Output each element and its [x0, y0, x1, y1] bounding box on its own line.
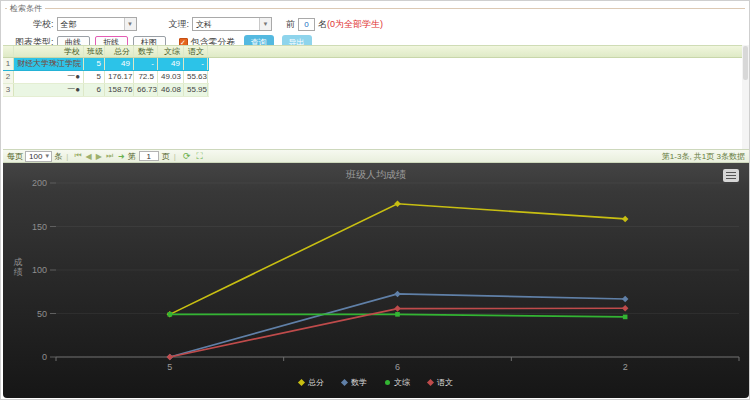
square-marker-icon — [385, 380, 390, 385]
cell-school[interactable]: 一● — [14, 71, 84, 83]
next-page-icon[interactable]: ▶ — [96, 152, 102, 161]
header-school[interactable]: 学校 — [14, 46, 84, 57]
svg-text:成: 成 — [14, 257, 23, 267]
legend-item-语文[interactable]: 语文 — [428, 377, 453, 388]
legend-item-文综[interactable]: 文综 — [385, 377, 410, 388]
track-select[interactable]: 文科 ▼ — [192, 17, 272, 31]
header-total[interactable]: 总分 — [105, 46, 134, 57]
legend-item-总分[interactable]: 总分 — [299, 377, 324, 388]
header-chinese[interactable]: 语文 — [184, 46, 208, 57]
header-rownum — [3, 46, 14, 57]
svg-text:50: 50 — [37, 309, 47, 319]
per-page-label: 每页 — [7, 151, 23, 162]
page-number-input[interactable] — [139, 151, 159, 161]
refresh-icon[interactable]: ⟳ — [183, 151, 191, 161]
per-page-select[interactable]: 100 ▼ — [25, 151, 52, 162]
per-page-unit: 条 — [54, 151, 62, 162]
cell-class: 5 — [84, 71, 105, 83]
cell-arts: 49.03 — [158, 71, 184, 83]
fullscreen-icon[interactable]: ⛶ — [196, 151, 202, 162]
search-panel: 检索条件 学校: 全部 ▼ 文理: 文科 ▼ 前 名 (0为全部学生) 图表类型… — [3, 3, 747, 45]
result-table: 学校 班级 总分 数学 文综 语文 1 财经大学珠江学院 5 49 - 49 -… — [3, 45, 743, 149]
track-label: 文理: — [169, 18, 190, 31]
legend-label: 数学 — [351, 377, 367, 388]
cell-arts: 49 — [158, 58, 184, 70]
school-select-value: 全部 — [61, 19, 77, 30]
cell-school[interactable]: 一● — [14, 84, 84, 96]
chevron-down-icon: ▼ — [259, 18, 271, 30]
svg-text:6: 6 — [395, 362, 400, 372]
header-class[interactable]: 班级 — [84, 46, 105, 57]
top-label: 前 — [286, 18, 295, 31]
chevron-down-icon: ▼ — [124, 18, 136, 30]
cell-math: 66.73 — [134, 84, 158, 96]
chevron-down-icon: ▼ — [44, 153, 50, 159]
legend-label: 文综 — [394, 377, 410, 388]
table-row[interactable]: 3 一● 6 158.76 66.73 46.08 55.95 — [3, 84, 209, 97]
chart-menu-icon[interactable] — [723, 169, 739, 182]
row-number: 1 — [3, 58, 14, 70]
cell-class: 5 — [84, 58, 105, 70]
cell-class: 6 — [84, 84, 105, 96]
svg-text:2: 2 — [623, 362, 628, 372]
table-header: 学校 班级 总分 数学 文综 语文 — [3, 45, 743, 58]
svg-text:绩: 绩 — [14, 267, 23, 277]
search-fieldset: 检索条件 学校: 全部 ▼ 文理: 文科 ▼ 前 名 (0为全部学生) 图表类型… — [5, 3, 745, 45]
prev-page-icon[interactable]: ◀ — [86, 152, 92, 161]
pager-info: 第1-3条, 共1页 3条数据 — [662, 151, 745, 162]
cell-chinese: 55.95 — [184, 84, 208, 96]
cell-chinese: - — [184, 58, 208, 70]
school-label: 学校: — [33, 18, 54, 31]
cell-school[interactable]: 财经大学珠江学院 — [14, 58, 84, 70]
legend-label: 语文 — [437, 377, 453, 388]
table-scrollbar[interactable] — [742, 45, 749, 149]
chart-legend: 总分数学文综语文 — [3, 377, 749, 388]
cell-chinese: 55.63 — [184, 71, 208, 83]
header-filler — [208, 46, 743, 57]
cell-total: 49 — [105, 58, 134, 70]
report-page: 检索条件 学校: 全部 ▼ 文理: 文科 ▼ 前 名 (0为全部学生) 图表类型… — [0, 0, 750, 400]
chart-canvas: 050100150200562成绩 — [3, 163, 749, 398]
row-number: 2 — [3, 71, 14, 83]
track-select-value: 文科 — [196, 19, 212, 30]
scrollbar-thumb[interactable] — [743, 46, 748, 80]
table-row[interactable]: 1 财经大学珠江学院 5 49 - 49 - — [3, 58, 209, 71]
first-page-icon[interactable]: ⏮ — [74, 151, 81, 161]
legend-label: 总分 — [308, 377, 324, 388]
row-number: 3 — [3, 84, 14, 96]
diamond-marker-icon — [427, 379, 434, 386]
pager-divider: | — [66, 152, 68, 161]
search-panel-title[interactable]: 检索条件 — [7, 3, 45, 14]
header-math[interactable]: 数学 — [134, 46, 158, 57]
per-page-value: 100 — [29, 152, 42, 161]
diamond-marker-icon — [341, 379, 348, 386]
cell-math: 72.5 — [134, 71, 158, 83]
page-label: 第 — [128, 151, 136, 162]
legend-item-数学[interactable]: 数学 — [342, 377, 367, 388]
svg-text:0: 0 — [42, 352, 47, 362]
go-page-icon[interactable]: ➜ — [118, 152, 125, 161]
svg-text:100: 100 — [32, 265, 47, 275]
cell-math: - — [134, 58, 158, 70]
cell-total: 176.17 — [105, 71, 134, 83]
pager-divider: | — [174, 152, 176, 161]
diamond-marker-icon — [298, 379, 305, 386]
cell-total: 158.76 — [105, 84, 134, 96]
page-suffix: 页 — [162, 151, 170, 162]
top-count-input[interactable] — [298, 18, 315, 31]
header-arts[interactable]: 文综 — [158, 46, 184, 57]
score-line-chart: 班级人均成绩 050100150200562成绩 总分数学文综语文 — [3, 163, 749, 398]
pager-bar: 每页 100 ▼ 条 | ⏮ ◀ ▶ ⏭ ➜ 第 页 | ⟳ ⛶ 第1-3条, … — [3, 149, 749, 163]
search-row-1: 学校: 全部 ▼ 文理: 文科 ▼ 前 名 (0为全部学生) — [33, 17, 745, 31]
chart-title: 班级人均成绩 — [3, 168, 749, 182]
school-select[interactable]: 全部 ▼ — [57, 17, 137, 31]
table-row[interactable]: 2 一● 5 176.17 72.5 49.03 55.63 — [3, 71, 209, 84]
top-note: (0为全部学生) — [327, 18, 383, 31]
cell-arts: 46.08 — [158, 84, 184, 96]
top-suffix: 名 — [318, 18, 327, 31]
svg-text:150: 150 — [32, 222, 47, 232]
svg-text:5: 5 — [167, 362, 172, 372]
last-page-icon[interactable]: ⏭ — [106, 151, 113, 161]
